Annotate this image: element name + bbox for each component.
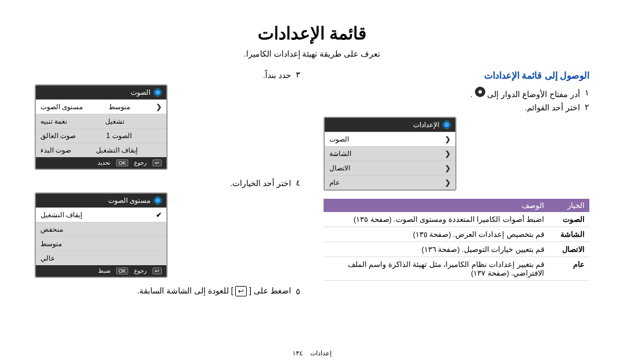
ok-label: ضبط bbox=[98, 268, 110, 274]
option-label: منخفض bbox=[40, 225, 63, 233]
panel-title: مستوى الصوت bbox=[108, 196, 150, 205]
row-label: مستوى الصوت bbox=[40, 103, 83, 111]
desc-cell: اضبط أصوات الكاميرا المتعددة ومستوى الصو… bbox=[324, 212, 549, 227]
back-key[interactable]: ↩ bbox=[153, 268, 162, 274]
dial-icon bbox=[443, 121, 451, 129]
chevron-left-icon: ❮ bbox=[156, 103, 162, 111]
panel-header: الصوت bbox=[36, 86, 166, 99]
step-3: ٣ حدد بنداً. bbox=[35, 70, 300, 80]
option-label: إيقاف التشغيل bbox=[40, 211, 82, 219]
menu-row[interactable]: ❮ الشاشة bbox=[325, 146, 455, 161]
right-column: الوصول إلى قائمة الإعدادات ١ أدر مفتاح ا… bbox=[324, 70, 589, 300]
step-text: حدد بنداً. bbox=[263, 70, 291, 80]
step-1: ١ أدر مفتاح الأوضاع الدوار إلى . bbox=[324, 87, 589, 99]
menu-row[interactable]: تشغيل نغمة تنبيه bbox=[36, 114, 166, 128]
step-4: ٤ اختر أحد الخيارات. bbox=[35, 178, 300, 188]
desc-cell: قم بتغيير إعدادات نظام الكاميرا، مثل تهي… bbox=[324, 257, 549, 281]
settings-main-panel: الإعدادات ❮ الصوت ❮ الشاشة ❮ الاتصال ❮ ع… bbox=[324, 117, 456, 191]
row-label: نغمة تنبيه bbox=[40, 117, 67, 125]
panel-footer: ↩ رجوع OK تحديد bbox=[36, 157, 166, 169]
step-num: ١ bbox=[585, 88, 589, 98]
back-key[interactable]: ↩ bbox=[153, 159, 162, 166]
table-row: عام قم بتغيير إعدادات نظام الكاميرا، مثل… bbox=[324, 257, 589, 281]
chevron-left-icon: ❮ bbox=[445, 179, 451, 187]
chevron-left-icon: ❮ bbox=[445, 150, 451, 158]
dial-icon bbox=[154, 196, 162, 205]
chevron-left-icon: ❮ bbox=[445, 164, 451, 172]
row-value: متوسط bbox=[109, 103, 130, 111]
menu-row[interactable]: متوسط bbox=[36, 236, 166, 251]
menu-row[interactable]: عالي bbox=[36, 251, 166, 265]
page-subtitle: تعرف على طريقة تهيئة إعدادات الكاميرا. bbox=[35, 49, 589, 58]
step-text: اختر أحد الخيارات. bbox=[230, 179, 291, 188]
panel-title: الإعدادات bbox=[413, 121, 439, 129]
page-footer: إعدادات ١٣٤ bbox=[0, 350, 624, 357]
step-num: ٥ bbox=[296, 287, 300, 296]
back-icon: ↩ bbox=[235, 286, 247, 296]
step-2: ٢ اختر أحد القوائم. bbox=[324, 102, 589, 112]
table-row: الشاشة قم بتخصيص إعدادات العرض. (صفحة ١٣… bbox=[324, 227, 589, 242]
menu-row[interactable]: منخفض bbox=[36, 222, 166, 236]
menu-row[interactable]: ❮ متوسط مستوى الصوت bbox=[36, 99, 166, 114]
check-icon: ✔ bbox=[156, 211, 162, 219]
ok-key[interactable]: OK bbox=[116, 268, 128, 274]
menu-label: الشاشة bbox=[329, 150, 351, 158]
menu-label: الصوت bbox=[329, 135, 349, 143]
gear-icon bbox=[475, 87, 485, 97]
step-num: ٣ bbox=[296, 70, 300, 80]
menu-label: الاتصال bbox=[329, 164, 350, 172]
row-value: الصوت 1 bbox=[106, 132, 132, 140]
opt-cell: عام bbox=[549, 257, 589, 281]
footer-page-num: ١٣٤ bbox=[292, 350, 303, 356]
sound-settings-panel: الصوت ❮ متوسط مستوى الصوت تشغيل نغمة تنب… bbox=[35, 84, 168, 170]
ok-label: تحديد bbox=[98, 159, 110, 166]
row-value: إيقاف التشغيل bbox=[96, 146, 138, 154]
page-title: قائمة الإعدادات bbox=[35, 23, 589, 43]
step-text-part: ] للعودة إلى الشاشة السابقة. bbox=[137, 286, 233, 295]
back-label: رجوع bbox=[134, 268, 147, 274]
step-num: ٤ bbox=[296, 178, 300, 188]
menu-row[interactable]: ❮ الصوت bbox=[325, 132, 455, 146]
menu-row[interactable]: ❮ الاتصال bbox=[325, 161, 455, 175]
back-label: رجوع bbox=[134, 159, 147, 166]
option-label: عالي bbox=[40, 254, 55, 262]
row-label: صوت البدء bbox=[40, 146, 71, 154]
panel-title: الصوت bbox=[131, 88, 150, 96]
step-5: ٥ اضغط على [ ↩ ] للعودة إلى الشاشة الساب… bbox=[35, 286, 300, 296]
step-num: ٢ bbox=[585, 102, 589, 112]
options-table: الخيار الوصف الصوت اضبط أصوات الكاميرا ا… bbox=[324, 199, 589, 281]
ok-key[interactable]: OK bbox=[116, 159, 128, 166]
step-text-part: أدر مفتاح الأوضاع الدوار إلى bbox=[487, 90, 580, 99]
table-row: الاتصال قم بتعيين خيارات التوصيل. (صفحة … bbox=[324, 242, 589, 257]
opt-cell: الاتصال bbox=[549, 242, 589, 257]
panel-header: مستوى الصوت bbox=[36, 194, 166, 207]
menu-row[interactable]: ❮ عام bbox=[325, 175, 455, 190]
opt-cell: الشاشة bbox=[549, 227, 589, 242]
section-heading: الوصول إلى قائمة الإعدادات bbox=[324, 70, 589, 81]
table-row: الصوت اضبط أصوات الكاميرا المتعددة ومستو… bbox=[324, 212, 589, 227]
chevron-left-icon: ❮ bbox=[445, 135, 451, 143]
dial-icon bbox=[154, 88, 162, 96]
th-desc: الوصف bbox=[324, 199, 549, 212]
menu-row[interactable]: ✔ إيقاف التشغيل bbox=[36, 207, 166, 222]
row-label: صوت الغالق bbox=[40, 132, 76, 140]
row-value: تشغيل bbox=[105, 117, 124, 125]
desc-cell: قم بتعيين خيارات التوصيل. (صفحة ١٣٦) bbox=[324, 242, 549, 257]
volume-options-panel: مستوى الصوت ✔ إيقاف التشغيل منخفض متوسط … bbox=[35, 192, 168, 278]
panel-footer: ↩ رجوع OK ضبط bbox=[36, 265, 166, 277]
panel-header: الإعدادات bbox=[325, 118, 455, 132]
th-option: الخيار bbox=[549, 199, 589, 212]
menu-row[interactable]: إيقاف التشغيل صوت البدء bbox=[36, 143, 166, 157]
step-text: اختر أحد القوائم. bbox=[525, 103, 580, 112]
step-text-part: . bbox=[470, 90, 473, 99]
opt-cell: الصوت bbox=[549, 212, 589, 227]
option-label: متوسط bbox=[40, 240, 62, 248]
left-column: ٣ حدد بنداً. الصوت ❮ متوسط مستوى الصوت ت… bbox=[35, 70, 300, 300]
menu-label: عام bbox=[329, 179, 340, 187]
step-text-part: اضغط على [ bbox=[249, 286, 291, 295]
footer-section: إعدادات bbox=[310, 350, 332, 356]
menu-row[interactable]: الصوت 1 صوت الغالق bbox=[36, 128, 166, 143]
desc-cell: قم بتخصيص إعدادات العرض. (صفحة ١٣٥) bbox=[324, 227, 549, 242]
